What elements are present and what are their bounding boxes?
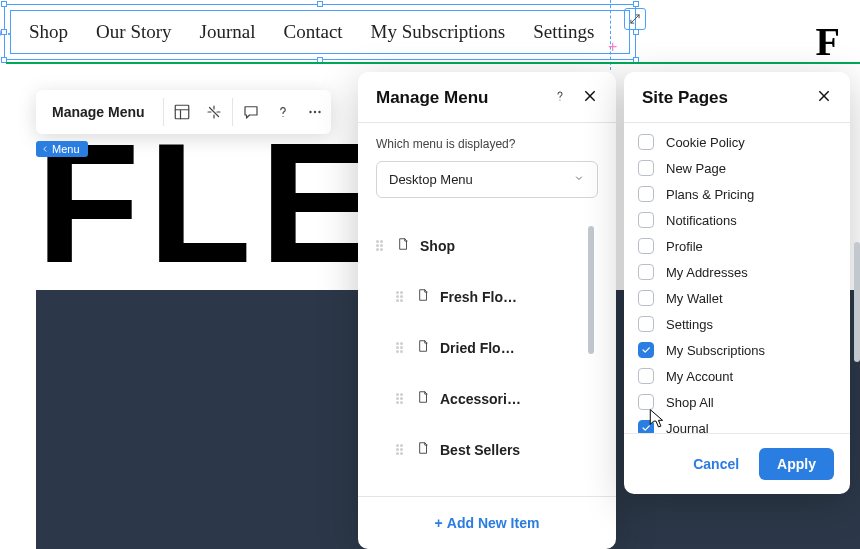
background-heading: FLE (36, 118, 381, 288)
expand-icon[interactable] (624, 8, 646, 30)
cursor-pointer (646, 408, 666, 435)
green-alignment-guide (6, 62, 860, 64)
menu-chip-label: Menu (52, 143, 80, 155)
plus-icon: + (435, 515, 443, 531)
svg-point-1 (309, 111, 311, 113)
vertical-guide (610, 0, 611, 70)
menu-items-list: Shop Fresh Flo… Dried Flo… Accessori… (376, 220, 598, 475)
site-pages-list: Cookie PolicyNew PagePlans & PricingNoti… (624, 123, 850, 433)
menu-select-value: Desktop Menu (389, 172, 473, 187)
site-page-row[interactable]: Profile (638, 233, 836, 259)
site-page-row[interactable]: Journal (638, 415, 836, 433)
more-icon[interactable] (299, 90, 331, 134)
scrollbar[interactable] (854, 242, 860, 362)
site-page-row[interactable]: New Page (638, 155, 836, 181)
site-page-row[interactable]: My Subscriptions (638, 337, 836, 363)
nav-item-mysubs[interactable]: My Subscriptions (371, 21, 506, 43)
chevron-down-icon (573, 172, 585, 187)
nav-item-journal[interactable]: Journal (200, 21, 256, 43)
menu-item-accessories[interactable]: Accessori… (376, 373, 598, 424)
snap-marker: + (608, 38, 617, 56)
site-page-label: Plans & Pricing (666, 187, 754, 202)
which-menu-label: Which menu is displayed? (376, 137, 598, 151)
site-page-label: Profile (666, 239, 703, 254)
menu-item-bestsellers[interactable]: Best Sellers (376, 424, 598, 475)
site-page-label: New Page (666, 161, 726, 176)
checkbox[interactable] (638, 160, 654, 176)
checkbox[interactable] (638, 368, 654, 384)
site-page-label: Shop All (666, 395, 714, 410)
checkbox[interactable] (638, 134, 654, 150)
svg-point-2 (313, 111, 315, 113)
checkbox[interactable] (638, 342, 654, 358)
site-page-label: My Account (666, 369, 733, 384)
drag-handle-icon[interactable] (396, 291, 406, 302)
help-icon[interactable] (267, 90, 299, 134)
site-page-label: Notifications (666, 213, 737, 228)
manage-menu-button[interactable]: Manage Menu (36, 90, 161, 134)
align-icon[interactable] (198, 90, 230, 134)
nav-item-shop[interactable]: Shop (29, 21, 68, 43)
checkbox[interactable] (638, 212, 654, 228)
menu-item-label: Fresh Flo… (440, 289, 517, 305)
manage-menu-panel: Manage Menu Which menu is displayed? Des… (358, 72, 616, 549)
drag-handle-icon[interactable] (376, 240, 386, 251)
nav-item-contact[interactable]: Contact (284, 21, 343, 43)
close-icon[interactable] (582, 88, 598, 108)
site-page-label: My Wallet (666, 291, 723, 306)
site-page-row[interactable]: Cookie Policy (638, 129, 836, 155)
site-logo: F (816, 18, 840, 65)
menu-item-fresh[interactable]: Fresh Flo… (376, 271, 598, 322)
site-page-row[interactable]: My Account (638, 363, 836, 389)
site-page-label: My Addresses (666, 265, 748, 280)
checkbox[interactable] (638, 186, 654, 202)
page-icon (416, 287, 430, 306)
checkbox[interactable] (638, 316, 654, 332)
checkbox[interactable] (638, 290, 654, 306)
drag-handle-icon[interactable] (396, 342, 406, 353)
nav-item-ourstory[interactable]: Our Story (96, 21, 171, 43)
menu-select[interactable]: Desktop Menu (376, 161, 598, 198)
menu-item-dried[interactable]: Dried Flo… (376, 322, 598, 373)
checkbox[interactable] (638, 238, 654, 254)
site-page-row[interactable]: My Wallet (638, 285, 836, 311)
site-page-label: Journal (666, 421, 709, 434)
page-icon (396, 236, 410, 255)
add-new-label: Add New Item (447, 515, 540, 531)
menu-item-label: Shop (420, 238, 455, 254)
page-icon (416, 338, 430, 357)
nav-item-settings[interactable]: Settings (533, 21, 594, 43)
add-new-item-button[interactable]: +Add New Item (358, 496, 616, 549)
svg-point-3 (318, 111, 320, 113)
site-pages-title: Site Pages (642, 88, 728, 108)
cancel-button[interactable]: Cancel (687, 455, 745, 473)
selected-nav-element[interactable]: Shop Our Story Journal Contact My Subscr… (10, 10, 630, 54)
drag-handle-icon[interactable] (396, 444, 406, 455)
help-icon[interactable] (552, 88, 568, 108)
site-page-row[interactable]: Settings (638, 311, 836, 337)
page-icon (416, 389, 430, 408)
checkbox[interactable] (638, 264, 654, 280)
site-page-row[interactable]: My Addresses (638, 259, 836, 285)
site-page-row[interactable]: Plans & Pricing (638, 181, 836, 207)
site-page-label: Settings (666, 317, 713, 332)
menu-item-shop[interactable]: Shop (376, 220, 598, 271)
menu-tag-chip[interactable]: Menu (36, 141, 88, 157)
menu-item-label: Accessori… (440, 391, 521, 407)
layout-icon[interactable] (166, 90, 198, 134)
origin-guide (0, 33, 10, 35)
comment-icon[interactable] (235, 90, 267, 134)
menu-item-label: Dried Flo… (440, 340, 515, 356)
element-toolbar: Manage Menu (36, 90, 331, 134)
site-page-label: Cookie Policy (666, 135, 745, 150)
close-icon[interactable] (816, 88, 832, 108)
apply-button[interactable]: Apply (759, 448, 834, 480)
drag-handle-icon[interactable] (396, 393, 406, 404)
menu-item-label: Best Sellers (440, 442, 520, 458)
manage-menu-title: Manage Menu (376, 88, 488, 108)
site-page-label: My Subscriptions (666, 343, 765, 358)
site-page-row[interactable]: Notifications (638, 207, 836, 233)
scrollbar[interactable] (588, 226, 594, 354)
site-page-row[interactable]: Shop All (638, 389, 836, 415)
svg-rect-0 (175, 105, 189, 119)
